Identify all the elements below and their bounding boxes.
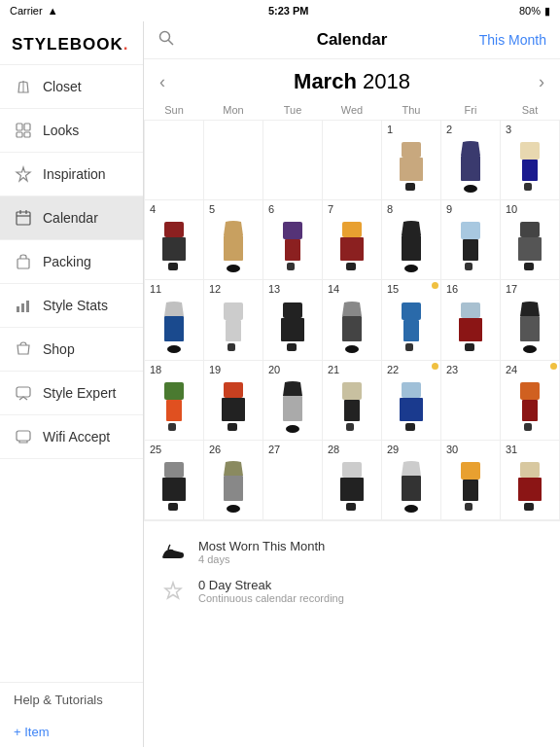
- day-outfit: [503, 217, 557, 277]
- calendar-day[interactable]: 29: [382, 440, 441, 519]
- streak-subtitle: Continuous calendar recording: [198, 592, 344, 604]
- calendar-day[interactable]: 1: [382, 121, 441, 200]
- day-outfit: [206, 298, 261, 358]
- day-number: 13: [265, 282, 320, 297]
- calendar-day[interactable]: 17: [501, 280, 560, 360]
- calendar-day[interactable]: 15: [382, 280, 441, 360]
- calendar-day[interactable]: 26: [204, 440, 263, 519]
- svg-rect-45: [164, 316, 184, 341]
- day-number: 15: [384, 282, 438, 297]
- sidebar-item-wifi-accept[interactable]: Wifi Accept: [0, 415, 143, 459]
- day-number: 6: [265, 202, 320, 217]
- badge-dot: [432, 363, 438, 370]
- calendar-day[interactable]: 5: [204, 200, 263, 280]
- calendar-header: ‹ March 2018 ›: [144, 59, 560, 100]
- calendar-day[interactable]: 31: [501, 440, 560, 519]
- closet-icon: [14, 77, 33, 96]
- svg-point-46: [167, 345, 181, 353]
- calendar-day: [323, 121, 382, 200]
- calendar-day: [263, 121, 323, 200]
- calendar-day[interactable]: 10: [501, 200, 560, 280]
- sidebar-item-packing[interactable]: Packing: [0, 240, 143, 284]
- day-number: 8: [384, 202, 438, 217]
- svg-rect-95: [524, 503, 534, 511]
- day-header-mon: Mon: [204, 100, 263, 121]
- calendar-day[interactable]: 11: [145, 280, 204, 360]
- svg-rect-25: [524, 183, 532, 191]
- svg-rect-21: [461, 156, 480, 181]
- calendar-day[interactable]: 18: [145, 360, 204, 440]
- this-month-button[interactable]: This Month: [479, 32, 546, 48]
- day-number: 17: [503, 282, 557, 297]
- svg-rect-82: [168, 503, 178, 511]
- calendar-day[interactable]: 23: [441, 360, 501, 440]
- day-number: 23: [443, 363, 498, 377]
- calendar-day: [145, 121, 204, 200]
- search-button[interactable]: [158, 29, 175, 51]
- day-header-wed: Wed: [323, 100, 382, 121]
- calendar-day[interactable]: 28: [323, 440, 382, 519]
- calendar-day[interactable]: 8: [382, 200, 441, 280]
- day-outfit: [384, 298, 438, 358]
- add-item-button[interactable]: + Item: [0, 717, 143, 747]
- day-header-tue: Tue: [263, 100, 323, 121]
- sidebar-item-shop[interactable]: Shop: [0, 328, 143, 372]
- streak-stat: 0 Day Streak Continuous calendar recordi…: [159, 572, 544, 611]
- calendar-day[interactable]: 12: [204, 280, 263, 360]
- prev-month-button[interactable]: ‹: [159, 72, 165, 92]
- day-outfit: [206, 217, 261, 277]
- svg-rect-74: [402, 382, 421, 398]
- svg-rect-64: [166, 400, 182, 421]
- day-number: 3: [503, 123, 557, 137]
- calendar-day[interactable]: 13: [263, 280, 323, 360]
- day-number: 25: [147, 443, 201, 457]
- battery-icon: ▮: [544, 5, 550, 18]
- svg-rect-52: [287, 343, 297, 351]
- svg-rect-57: [405, 343, 413, 351]
- sidebar-item-inspiration[interactable]: Inspiration: [0, 153, 143, 196]
- calendar-day[interactable]: 9: [441, 200, 501, 280]
- calendar-day[interactable]: 16: [441, 280, 501, 360]
- day-outfit: [384, 137, 438, 197]
- calendar-day[interactable]: 20: [263, 360, 323, 440]
- svg-rect-18: [402, 142, 421, 158]
- calendar-day[interactable]: 25: [145, 440, 204, 519]
- day-number: 29: [384, 443, 438, 457]
- calendar-label: Calendar: [43, 210, 98, 226]
- svg-rect-39: [461, 222, 480, 239]
- sidebar-item-calendar[interactable]: Calendar: [0, 196, 143, 240]
- calendar-day[interactable]: 2: [441, 121, 501, 200]
- svg-rect-81: [162, 478, 186, 501]
- calendar-day[interactable]: 22: [382, 360, 441, 440]
- calendar-day[interactable]: 24: [501, 360, 560, 440]
- calendar-day[interactable]: 7: [323, 200, 382, 280]
- calendar-day[interactable]: 14: [323, 280, 382, 360]
- most-worn-stat: Most Worn This Month 4 days: [159, 533, 544, 572]
- svg-rect-76: [405, 423, 415, 431]
- help-label: Help & Tutorials: [14, 693, 103, 707]
- most-worn-subtitle: 4 days: [198, 553, 325, 565]
- next-month-button[interactable]: ›: [539, 72, 544, 92]
- status-left: Carrier ▲: [10, 5, 58, 17]
- day-number: 20: [265, 363, 320, 377]
- svg-rect-92: [465, 503, 472, 511]
- calendar-day[interactable]: 4: [145, 200, 204, 280]
- svg-rect-73: [346, 423, 354, 431]
- day-outfit: [384, 377, 438, 438]
- sidebar-item-looks[interactable]: Looks: [0, 109, 143, 153]
- calendar-day[interactable]: 27: [263, 440, 323, 519]
- style-stats-icon: [14, 296, 33, 315]
- calendar-day[interactable]: 6: [263, 200, 323, 280]
- calendar-day[interactable]: 3: [501, 121, 560, 200]
- looks-label: Looks: [43, 123, 79, 138]
- svg-rect-4: [24, 132, 30, 137]
- day-number: 19: [206, 363, 261, 377]
- svg-rect-66: [224, 382, 243, 398]
- calendar-day[interactable]: 21: [323, 360, 382, 440]
- sidebar-item-closet[interactable]: Closet: [0, 65, 143, 109]
- sidebar-item-style-expert[interactable]: Style Expert: [0, 372, 143, 415]
- sidebar-item-style-stats[interactable]: Style Stats: [0, 284, 143, 328]
- calendar-day[interactable]: 19: [204, 360, 263, 440]
- help-tutorials[interactable]: Help & Tutorials: [0, 682, 143, 717]
- calendar-day[interactable]: 30: [441, 440, 501, 519]
